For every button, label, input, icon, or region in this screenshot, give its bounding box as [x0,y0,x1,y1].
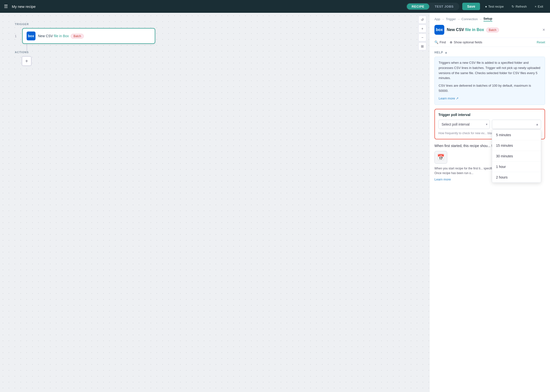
dropdown-item-5min[interactable]: 5 minutes [492,130,541,140]
close-nav-icon: × [535,5,537,8]
panel-title-app-link: file in Box [465,28,484,32]
actions-section: ACTIONS + [15,51,414,66]
find-button[interactable]: 🔍 Find [434,40,446,44]
trigger-section-label: TRIGGER [15,23,414,26]
trigger-batch-badge: Batch [71,34,84,39]
poll-select-wrapper: Select poll interval 5 minutes 15 minute… [438,120,490,129]
actions-section-label: ACTIONS [15,51,414,54]
breadcrumb-arrow-2: → [457,18,460,21]
panel-title: New CSV file in Box Batch [447,28,499,32]
node-number: 1 [15,34,20,38]
refresh-button[interactable]: ↻ Refresh [509,3,530,10]
poll-interval-dropdown: 5 minutes 15 minutes 30 minutes 1 hour 2… [492,130,541,183]
trigger-app-name: Box [63,34,69,38]
dropdown-item-30min[interactable]: 30 minutes [492,151,541,162]
help-box: Triggers when a new CSV file is added to… [434,57,545,105]
breadcrumb-connection[interactable]: Connection [462,17,478,21]
save-button[interactable]: Save [462,3,480,10]
poll-interval-section: Trigger poll interval Select poll interv… [434,109,545,139]
add-action-button[interactable]: + [22,56,32,66]
calendar-icon: 📅 [437,154,445,161]
tab-recipe[interactable]: RECIPE [407,3,429,10]
help-header[interactable]: HELP ▲ [434,51,545,54]
calendar-icon-button[interactable]: 📅 [434,151,447,164]
help-text-2: CSV lines are delivered in batches of 10… [439,83,541,94]
exit-button[interactable]: × Exit [532,3,546,10]
help-section: HELP ▲ Triggers when a new CSV file is a… [434,51,545,105]
panel-close-button[interactable]: × [542,27,545,33]
panel-header: box New CSV file in Box Batch × [430,21,550,38]
connector-line [27,44,27,51]
canvas-controls: ↺ + − ⊞ [418,16,426,50]
tab-test-jobs[interactable]: TEST JOBS [430,3,459,10]
dropdown-item-2hours[interactable]: 2 hours [492,172,541,182]
help-collapse-icon: ▲ [445,51,448,54]
test-recipe-button[interactable]: ● Test recipe [482,3,507,10]
breadcrumb-arrow-3: → [479,18,482,21]
test-recipe-icon: ● [485,5,487,8]
panel-box-logo: box [434,25,444,35]
canvas-content: TRIGGER 1 box New CSV file in Box Batch … [0,13,429,76]
panel-toolbar: 🔍 Find ⊕ Show optional fields Reset [430,38,550,47]
navbar: ☰ My new recipe RECIPE TEST JOBS Save ● … [0,0,550,13]
poll-interval-input[interactable] [492,120,541,129]
zoom-in-button[interactable]: + [418,25,426,33]
fit-view-button[interactable]: ⊞ [418,42,426,50]
box-logo-canvas: box [27,32,35,40]
trigger-node[interactable]: box New CSV file in Box Batch [22,28,155,44]
panel-content: HELP ▲ Triggers when a new CSV file is a… [430,47,550,392]
help-text-1: Triggers when a new CSV file is added to… [439,60,541,81]
canvas-area[interactable]: ↺ + − ⊞ TRIGGER 1 box New CSV file in Bo… [0,13,429,392]
breadcrumb: App → Trigger → Connection → Setup [430,13,550,21]
breadcrumb-setup[interactable]: Setup [483,17,492,21]
optional-icon: ⊕ [450,40,452,44]
show-optional-button[interactable]: ⊕ Show optional fields [450,40,482,44]
recipe-title: My new recipe [12,4,403,9]
right-panel: App → Trigger → Connection → Setup box N… [429,13,550,392]
learn-more-external-icon: ↗ [456,96,459,101]
reset-button[interactable]: Reset [537,40,545,44]
poll-interval-row: Select poll interval 5 minutes 15 minute… [438,120,541,129]
breadcrumb-app[interactable]: App [434,17,440,21]
menu-icon[interactable]: ☰ [4,4,8,9]
poll-interval-select[interactable]: Select poll interval 5 minutes 15 minute… [438,120,490,129]
find-icon: 🔍 [434,40,438,44]
poll-input-wrapper: ▲ 5 minutes 15 minutes 30 minutes 1 hour… [492,120,541,129]
trigger-node-text: New CSV file in Box Batch [38,34,84,38]
zoom-out-button[interactable]: − [418,33,426,41]
breadcrumb-arrow-1: → [442,18,444,21]
dropdown-item-15min[interactable]: 15 minutes [492,140,541,151]
poll-interval-label: Trigger poll interval [438,113,541,117]
dropdown-item-1hour[interactable]: 1 hour [492,162,541,172]
navbar-actions: Save ● Test recipe ↻ Refresh × Exit [462,3,546,10]
learn-more-link[interactable]: Learn more ↗ [439,96,459,101]
reset-view-button[interactable]: ↺ [418,16,426,24]
main-layout: ↺ + − ⊞ TRIGGER 1 box New CSV file in Bo… [0,13,550,392]
navbar-tabs: RECIPE TEST JOBS [406,3,459,10]
when-started-learn-more[interactable]: Learn more [434,178,451,181]
breadcrumb-trigger[interactable]: Trigger [446,17,456,21]
help-label: HELP [434,51,443,54]
panel-batch-badge: Batch [486,28,499,33]
refresh-icon: ↻ [512,5,514,8]
save-group: Save [462,3,480,10]
